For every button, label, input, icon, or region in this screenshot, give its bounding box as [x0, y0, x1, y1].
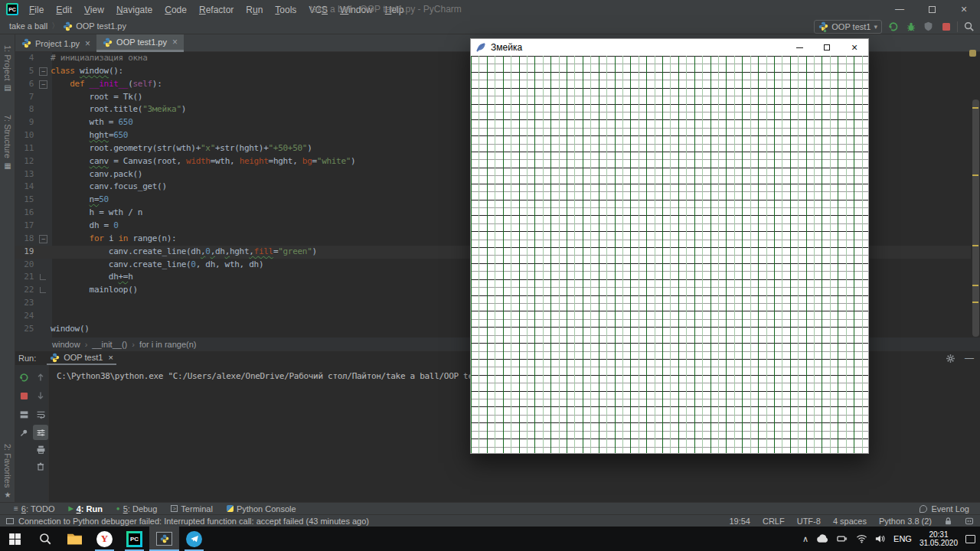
run-config-selector[interactable]: OOP test1 ▾ [814, 20, 882, 34]
tk-title-bar[interactable]: Змейка × [471, 39, 868, 56]
tool-window-button-terminal[interactable]: >Terminal [171, 504, 213, 514]
pycharm-logo-icon: PC [6, 3, 18, 15]
close-button[interactable]: × [948, 0, 980, 18]
tab-project1[interactable]: Project 1.py × [15, 34, 96, 52]
code-text: wth = 650 [49, 116, 133, 129]
tab-oop-test1[interactable]: OOP test1.py × [96, 34, 184, 52]
search-everywhere-button[interactable] [962, 20, 975, 33]
tab-close-icon[interactable]: × [85, 38, 90, 49]
windows-logo-icon [8, 533, 21, 546]
status-item[interactable]: 4 spaces [833, 517, 867, 526]
tool-button-structure[interactable]: 7: Structure ▦ [0, 115, 15, 170]
menu-code[interactable]: Code [158, 5, 193, 15]
code-text: for i in range(n): [49, 233, 176, 246]
tk-window[interactable]: Змейка × [470, 38, 869, 454]
status-message[interactable]: Connection to Python debugger failed: In… [18, 517, 369, 526]
pin-button[interactable] [18, 426, 30, 439]
telegram-button[interactable] [179, 527, 209, 551]
menu-tools[interactable]: Tools [269, 5, 302, 15]
chevron-up-icon[interactable]: ∧ [802, 534, 808, 544]
tk-minimize-button[interactable] [786, 39, 813, 56]
status-item[interactable]: UTF-8 [797, 517, 821, 526]
event-log-button[interactable]: Event Log [920, 504, 969, 514]
line-number: 23 [15, 297, 37, 310]
running-indicator [823, 29, 827, 33]
onedrive-cloud-icon[interactable] [816, 534, 829, 543]
pycharm-taskbar-button[interactable]: PC [119, 527, 149, 551]
tool-button-project[interactable]: 1: Project ▤ [0, 45, 15, 92]
breadcrumb-item[interactable]: __init__() [92, 340, 127, 349]
tool-window-button-6-todo[interactable]: ≡6: TODO [14, 504, 54, 514]
folder-icon [67, 532, 83, 546]
status-item[interactable]: CRLF [763, 517, 785, 526]
notification-center-icon[interactable] [965, 535, 975, 543]
breadcrumb-item[interactable]: for i in range(n) [139, 340, 197, 349]
fold-marker[interactable] [37, 233, 49, 246]
tool-button-favorites[interactable]: 2: Favorites ★ [0, 444, 15, 499]
yandex-browser-button[interactable]: Y [90, 527, 119, 551]
lock-icon[interactable] [944, 517, 952, 526]
status-item[interactable]: Python 3.8 (2) [879, 517, 932, 526]
debug-button[interactable] [904, 20, 917, 33]
menu-file[interactable]: File [23, 5, 50, 15]
status-window-icon [6, 518, 14, 524]
fold-gutter [37, 194, 49, 207]
restore-layout-button[interactable] [18, 408, 30, 420]
tk-canvas[interactable] [471, 56, 868, 453]
fold-marker[interactable] [37, 271, 49, 284]
window-title: take a ball - OOP test1.py - PyCharm [310, 4, 462, 15]
menu-navigate[interactable]: Navigate [110, 5, 158, 15]
tk-app-taskbar-button[interactable] [149, 527, 179, 551]
tab-close-icon[interactable]: × [172, 37, 178, 47]
minimize-button[interactable]: — [884, 0, 916, 18]
line-number: 8 [15, 103, 37, 116]
tk-maximize-button[interactable] [813, 39, 841, 56]
stop-button[interactable] [939, 20, 952, 33]
usb-device-icon[interactable] [837, 534, 848, 543]
clock[interactable]: 20:31 31.05.2020 [920, 530, 958, 547]
tool-window-button-5-debug[interactable]: ●5: Debug [116, 504, 158, 514]
stop-icon [20, 392, 28, 400]
rerun-button[interactable] [18, 371, 30, 383]
left-tool-stripe: 1: Project ▤ 7: Structure ▦ 2: Favorites… [0, 34, 15, 502]
file-explorer-button[interactable] [60, 527, 90, 551]
menu-view[interactable]: View [78, 5, 110, 15]
speaker-icon[interactable] [875, 534, 886, 543]
tk-window-controls: × [786, 39, 868, 56]
status-item[interactable]: 19:54 [729, 517, 750, 526]
python-window-icon [156, 532, 172, 546]
breadcrumb-item[interactable]: window [52, 340, 80, 349]
print-button[interactable] [34, 443, 47, 455]
gear-icon[interactable] [946, 354, 956, 364]
editor-scrollbar[interactable] [972, 99, 979, 337]
up-stack-button[interactable] [34, 371, 47, 383]
settings-button[interactable] [33, 425, 48, 440]
fold-marker[interactable] [37, 65, 49, 78]
soft-wrap-button[interactable] [34, 408, 47, 420]
stop-button[interactable] [18, 390, 30, 402]
tool-window-button-python-console[interactable]: Python Console [227, 504, 296, 514]
wifi-icon[interactable] [856, 534, 867, 543]
language-indicator[interactable]: ENG [893, 534, 912, 543]
breadcrumb-project[interactable]: take a ball [9, 21, 47, 31]
maximize-button[interactable] [916, 0, 948, 18]
indexing-status-icon[interactable] [965, 517, 974, 526]
inspection-indicator[interactable] [969, 50, 976, 57]
hide-panel-button[interactable]: — [965, 353, 974, 364]
taskbar-search-button[interactable] [30, 527, 60, 551]
menu-run[interactable]: Run [240, 5, 269, 15]
menu-edit[interactable]: Edit [50, 5, 78, 15]
fold-marker[interactable] [37, 78, 49, 91]
clear-console-button[interactable] [34, 460, 47, 472]
rerun-button[interactable] [887, 20, 900, 33]
tk-close-button[interactable]: × [841, 39, 868, 56]
start-button[interactable] [0, 527, 30, 551]
tool-window-button-4-run[interactable]: ▶4: Run [68, 504, 102, 514]
fold-marker[interactable] [37, 284, 49, 297]
breadcrumb-file[interactable]: OOP test1.py [76, 21, 126, 31]
coverage-button[interactable] [922, 20, 935, 33]
menu-refactor[interactable]: Refactor [193, 5, 240, 15]
run-tab[interactable]: OOP test1 × [47, 351, 116, 365]
down-stack-button[interactable] [34, 390, 47, 402]
tab-close-icon[interactable]: × [108, 353, 113, 362]
